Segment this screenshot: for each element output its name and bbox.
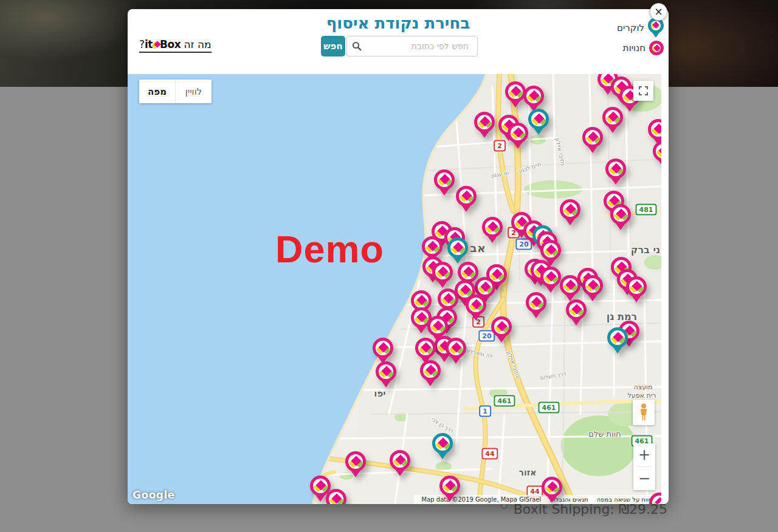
zoom-in-button[interactable]: + — [633, 443, 655, 466]
map-type-satellite-button[interactable]: לוויין — [176, 80, 212, 103]
whatis-prefix: מה זה — [181, 38, 211, 50]
close-icon[interactable]: × — [650, 3, 667, 21]
legend-lockers-label: לוקרים — [617, 22, 644, 33]
brand-it: it — [145, 38, 153, 50]
map-type-map-button[interactable]: מפה — [139, 80, 175, 103]
zoom-out-button[interactable]: − — [633, 467, 655, 490]
map-pin-store[interactable] — [466, 295, 486, 322]
pegman-button[interactable] — [633, 400, 655, 425]
demo-watermark: Demo — [275, 227, 384, 271]
zoom-control: + − — [633, 443, 655, 490]
map-pin-store[interactable] — [420, 360, 441, 388]
map-pin-store[interactable] — [439, 476, 460, 503]
map-label: ני ברק — [631, 244, 661, 256]
map-pin-store[interactable] — [526, 292, 546, 320]
map-pin-store[interactable] — [566, 299, 587, 327]
locker-pin-icon — [648, 18, 664, 38]
map-pin-store[interactable] — [540, 267, 561, 295]
route-shield: 461 — [494, 395, 515, 407]
map-pin-store[interactable] — [649, 493, 661, 504]
legend: לוקרים חנויות — [617, 18, 664, 58]
modal-title: בחירת נקודת איסוף — [128, 14, 669, 32]
map-pin-store[interactable] — [432, 262, 453, 290]
map-pin-store[interactable] — [390, 450, 410, 478]
map-label: חוות שלם — [588, 429, 621, 438]
pickup-point-modal: × בחירת נקודת איסוף מה זה Boxit? חפש לוק… — [128, 9, 669, 504]
pegman-icon — [638, 403, 649, 421]
whatis-suffix: ? — [139, 38, 145, 50]
map-pin-store[interactable] — [434, 169, 455, 197]
search-icon — [352, 41, 362, 51]
map-label: אזור — [518, 468, 536, 477]
map-type-control: מפה לוויין — [139, 80, 212, 103]
store-circle-icon — [649, 41, 664, 55]
search-box — [346, 36, 478, 56]
attribution-map-data: Map data ©2019 Google, Mapa GISrael — [418, 496, 546, 503]
map-pin-store[interactable] — [446, 338, 466, 366]
legend-item-stores: חנויות — [617, 41, 664, 55]
boxit-logo-icon — [153, 41, 160, 49]
map-pin-store[interactable] — [474, 112, 495, 140]
map-label: מועצה — [633, 383, 652, 391]
what-is-boxit-link[interactable]: מה זה Boxit? — [139, 38, 212, 53]
legend-stores-label: חנויות — [623, 43, 645, 53]
map-pin-locker[interactable] — [607, 327, 628, 355]
fullscreen-button[interactable] — [633, 81, 653, 101]
map-pin-store[interactable] — [653, 141, 661, 169]
map-pin-store[interactable] — [326, 489, 346, 504]
route-shield: 481 — [636, 204, 657, 216]
map-canvas[interactable]: Demo אבני ברקרמת גןיפוחוות שלםאזורמועצהר… — [128, 74, 661, 504]
brand-box: Box — [160, 38, 181, 50]
fullscreen-icon — [639, 86, 648, 95]
map-pin-locker[interactable] — [432, 433, 453, 461]
map-pin-store[interactable] — [508, 123, 528, 151]
map-pin-store[interactable] — [626, 276, 647, 304]
map-label: רית אפעל — [628, 392, 656, 400]
map-pin-store[interactable] — [605, 159, 626, 186]
google-logo[interactable]: Google — [133, 489, 175, 501]
route-shield: 44 — [481, 448, 498, 460]
map-pin-store[interactable] — [602, 107, 623, 135]
legend-item-lockers: לוקרים — [617, 18, 664, 38]
route-shield: 461 — [539, 402, 560, 414]
map-pin-store[interactable] — [376, 361, 396, 389]
map-pin-store[interactable] — [582, 127, 603, 155]
address-search-input[interactable] — [362, 41, 472, 51]
attribution-report-link[interactable]: דיווח על שגיאה במפה — [593, 496, 658, 503]
search-button[interactable]: חפש — [321, 36, 345, 56]
map-pin-locker[interactable] — [528, 109, 549, 137]
map-pin-store[interactable] — [482, 217, 503, 245]
map-pin-store[interactable] — [610, 204, 631, 232]
map-pin-store[interactable] — [456, 186, 477, 214]
map-pin-store[interactable] — [345, 451, 366, 479]
map-pin-store[interactable] — [560, 199, 580, 227]
map-pin-store[interactable] — [491, 316, 512, 344]
map-pin-store[interactable] — [505, 81, 526, 109]
route-shield: 1 — [479, 406, 491, 417]
map-pin-store[interactable] — [542, 477, 562, 504]
